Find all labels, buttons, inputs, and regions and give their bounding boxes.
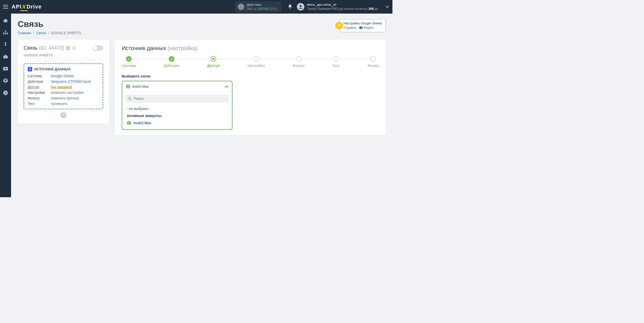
svg-point-5	[241, 6, 241, 6]
row-access-value[interactable]: (не указано)	[51, 85, 72, 89]
svg-line-31	[130, 99, 131, 100]
source-setup-card: Источник данных (настройка) Система Дейс…	[115, 39, 386, 135]
setup-title: Источник данных	[122, 45, 166, 51]
row-action-label: Действие	[28, 79, 51, 84]
svg-rect-12	[4, 32, 8, 33]
chevron-down-icon[interactable]	[378, 5, 389, 9]
help-icon: ?	[335, 22, 343, 29]
login-search[interactable]	[125, 95, 229, 103]
svg-point-27	[73, 47, 75, 49]
svg-text:?: ?	[5, 91, 6, 94]
source-number-badge: 1	[28, 67, 32, 71]
connection-subtitle: GOOGLE SHEETS	[24, 53, 103, 57]
svg-rect-10	[7, 33, 8, 34]
row-test-value[interactable]: проверить	[51, 102, 99, 106]
row-action-value[interactable]: Загрузить СТРОКИ (все)	[51, 79, 91, 84]
profile-menu[interactable]: demo_apix-drive_s3 Тариф |Премиум PRO| д…	[297, 3, 378, 11]
actions-percent: (0%)	[270, 7, 276, 11]
step-finish[interactable]: Финиш	[368, 56, 379, 68]
logo[interactable]: APIXDrive	[12, 4, 42, 10]
svg-rect-15	[3, 56, 8, 58]
row-settings-label: Настройки	[28, 91, 51, 95]
row-filter-value[interactable]: изменить фильтр	[51, 96, 99, 100]
svg-rect-23	[359, 26, 362, 29]
svg-rect-9	[5, 33, 6, 34]
step-system[interactable]: Система	[122, 56, 136, 68]
topbar: APIXDrive Действия: 340 из 100'000 (0%) …	[0, 0, 392, 14]
nav-video[interactable]	[2, 65, 9, 72]
actions-limit: 100'000	[257, 7, 269, 11]
svg-rect-7	[5, 30, 6, 32]
step-filter[interactable]: Фильтр	[293, 56, 304, 68]
login-select[interactable]: Andrii Mav - не выбрано - Активные аккау…	[122, 81, 232, 130]
svg-rect-4	[241, 7, 241, 8]
data-source-box[interactable]: 1 ИСТОЧНИК ДАННЫХ Система Google Sheets …	[24, 63, 103, 109]
svg-point-30	[128, 97, 131, 99]
avatar-icon	[297, 3, 304, 11]
source-heading: ИСТОЧНИК ДАННЫХ	[34, 67, 71, 71]
breadcrumb-home[interactable]: Главная	[18, 31, 31, 35]
step-test[interactable]: Тест	[332, 56, 340, 68]
svg-rect-16	[5, 55, 6, 56]
breadcrumb-current: GOOGLE SHEETS	[51, 31, 81, 35]
svg-marker-24	[362, 26, 363, 29]
breadcrumb: Главная / Связи / GOOGLE SHEETS	[18, 31, 81, 35]
login-selected-value: Andrii Mav	[132, 85, 223, 89]
connection-toggle[interactable]	[92, 45, 103, 51]
login-field-label: Выберите логин	[122, 74, 379, 78]
row-access-label: Доступ	[28, 85, 51, 89]
svg-point-20	[5, 79, 7, 81]
option-none[interactable]: - не выбрано -	[125, 105, 229, 112]
add-destination-button[interactable]: +	[60, 112, 66, 118]
row-system-value[interactable]: Google Sheets	[51, 74, 74, 78]
person-icon	[126, 84, 130, 89]
connection-id: (ID: 44472)	[39, 45, 64, 51]
actions-label: Действия:	[247, 3, 277, 7]
step-settings[interactable]: Настройки	[248, 56, 265, 68]
person-green-icon	[127, 121, 131, 125]
option-account[interactable]: Andrii Mav	[125, 119, 229, 127]
help-video-link[interactable]: Видео	[359, 26, 373, 30]
nav-home[interactable]	[2, 17, 9, 24]
actions-of: из	[253, 7, 256, 11]
page-title: Связь	[18, 19, 81, 29]
step-action[interactable]: Действие	[164, 56, 179, 68]
menu-toggle-button[interactable]	[2, 3, 9, 10]
copy-icon[interactable]	[66, 46, 70, 50]
actions-used: 340	[247, 7, 252, 11]
setup-subtitle: (настройка)	[168, 45, 197, 51]
help-title: Настройка Google Sheets	[343, 21, 382, 26]
svg-point-6	[300, 5, 302, 7]
sidebar: ?	[0, 14, 11, 197]
profile-plan: Тариф |Премиум PRO| до оплаты осталось 2…	[307, 7, 378, 11]
row-test-label: Тест	[28, 102, 51, 106]
step-access[interactable]: Доступ	[207, 56, 220, 68]
row-filter-label: Фильтр	[28, 96, 51, 100]
svg-rect-8	[3, 33, 4, 34]
login-select-head[interactable]: Andrii Mav	[122, 81, 232, 92]
breadcrumb-links[interactable]: Связи	[36, 31, 46, 35]
search-icon	[128, 97, 132, 101]
svg-rect-14	[7, 32, 8, 33]
nav-help[interactable]: ?	[2, 90, 9, 96]
svg-point-33	[128, 122, 130, 123]
help-box: ? Настройка Google Sheets Справка Видео	[340, 19, 386, 32]
nav-connections[interactable]	[2, 29, 9, 36]
row-settings-value[interactable]: изменить настройки	[51, 91, 99, 95]
notifications-button[interactable]	[286, 4, 294, 10]
content-area: Связь Главная / Связи / GOOGLE SHEETS ? …	[11, 14, 392, 197]
nav-billing[interactable]	[2, 41, 9, 48]
row-system-label: Система	[28, 74, 51, 78]
gear-icon[interactable]	[72, 46, 76, 50]
svg-rect-11	[5, 32, 6, 32]
profile-name: demo_apix-drive_s3	[307, 3, 378, 7]
chevron-up-icon	[225, 85, 228, 89]
login-search-input[interactable]	[134, 97, 226, 101]
nav-projects[interactable]	[2, 53, 9, 60]
nav-account[interactable]	[2, 77, 9, 84]
svg-point-29	[127, 85, 129, 87]
option-group-label: Активные аккаунты	[127, 114, 162, 118]
actions-counter[interactable]: Действия: 340 из 100'000 (0%)	[235, 1, 281, 13]
video-icon	[359, 26, 363, 29]
help-reference-link[interactable]: Справка	[343, 26, 356, 30]
